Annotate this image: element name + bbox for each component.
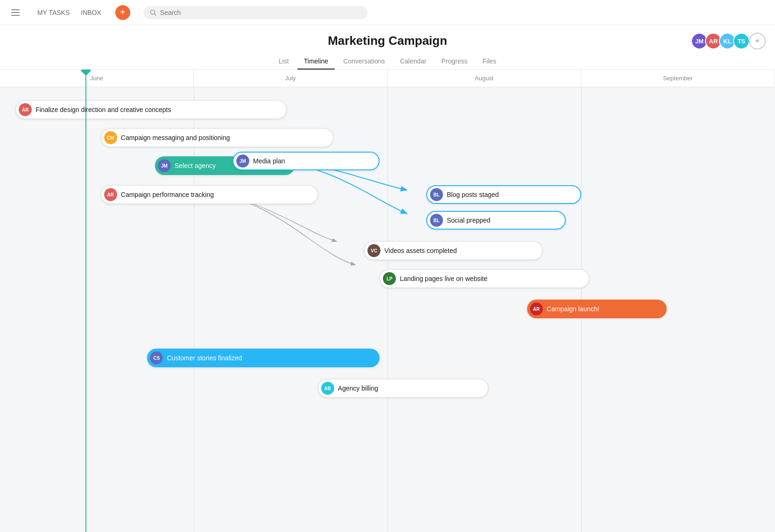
time-indicator: [85, 70, 86, 532]
task-campaign-launch[interactable]: AR Campaign launch!: [527, 300, 667, 318]
task-label-finalize: Finalize design direction and creative c…: [35, 106, 171, 113]
divider-june-july: [194, 87, 194, 532]
task-label-tracking: Campaign performance tracking: [121, 191, 214, 198]
task-avatar-videos: VC: [367, 244, 380, 257]
task-avatar-messaging: CM: [104, 131, 117, 144]
tab-list[interactable]: List: [272, 54, 296, 70]
task-customer-stories[interactable]: CS Customer stories finalized: [147, 349, 380, 367]
task-label-stories: Customer stories finalized: [167, 354, 242, 362]
my-tasks-link[interactable]: MY TASKS: [33, 6, 74, 19]
top-navigation: MY TASKS INBOX +: [0, 0, 775, 25]
task-label-messaging: Campaign messaging and positioning: [121, 134, 230, 141]
task-label-social: Social prepped: [447, 217, 490, 224]
month-september: September: [581, 70, 775, 87]
project-header: JM AR KL TS + Marketing Campaign List Ti…: [0, 25, 775, 70]
task-avatar-media: JM: [236, 154, 249, 168]
tab-calendar[interactable]: Calendar: [394, 54, 433, 70]
project-avatars: JM AR KL TS +: [691, 33, 766, 49]
task-blog-posts[interactable]: BL Blog posts staged: [426, 185, 581, 204]
task-avatar-billing: AB: [321, 382, 334, 395]
tab-timeline[interactable]: Timeline: [297, 54, 335, 70]
month-june: June: [0, 70, 194, 87]
task-finalize-design[interactable]: AR Finalize design direction and creativ…: [15, 100, 287, 119]
task-label-media: Media plan: [253, 157, 285, 165]
inbox-link[interactable]: INBOX: [76, 6, 106, 19]
task-avatar-landing: LP: [383, 272, 396, 285]
task-avatar-agency: JM: [158, 159, 171, 172]
task-campaign-tracking[interactable]: AR Campaign performance tracking: [101, 185, 318, 204]
tab-progress[interactable]: Progress: [435, 54, 474, 70]
task-media-plan[interactable]: JM Media plan: [232, 152, 380, 170]
timeline-months: June July August September: [0, 70, 775, 87]
month-august: August: [388, 70, 581, 87]
svg-line-1: [154, 14, 156, 15]
task-label-agency: Select agency: [175, 162, 216, 169]
task-avatar-blog: BL: [430, 188, 443, 201]
project-title: Marketing Campaign: [0, 34, 775, 48]
search-icon: [150, 9, 156, 16]
task-avatar-launch: AR: [530, 302, 543, 315]
add-member-button[interactable]: +: [749, 33, 766, 49]
timeline-container: June July August September: [0, 70, 775, 532]
task-landing-pages[interactable]: LP Landing pages live on website: [380, 269, 589, 288]
task-social-prepped[interactable]: BL Social prepped: [426, 211, 566, 230]
month-july: July: [194, 70, 388, 87]
avatar-4: TS: [733, 33, 750, 49]
task-label-launch: Campaign launch!: [547, 305, 599, 313]
hamburger-menu[interactable]: [7, 6, 23, 20]
search-bar: [143, 6, 367, 19]
search-input[interactable]: [160, 9, 361, 16]
project-tabs: List Timeline Conversations Calendar Pro…: [0, 54, 775, 69]
task-label-videos: Videos assets completed: [384, 247, 457, 254]
task-agency-billing[interactable]: AB Agency billing: [318, 379, 488, 398]
divider-july-august: [388, 87, 388, 532]
task-label-landing: Landing pages live on website: [400, 275, 487, 282]
tab-conversations[interactable]: Conversations: [337, 54, 392, 70]
task-avatar-stories: CS: [150, 351, 163, 364]
tab-files[interactable]: Files: [476, 54, 503, 70]
add-button[interactable]: +: [115, 5, 130, 20]
task-videos-assets[interactable]: VC Videos assets completed: [364, 241, 542, 260]
nav-links: MY TASKS INBOX: [33, 6, 106, 19]
task-label-blog: Blog posts staged: [447, 191, 499, 198]
timeline-body: AR Finalize design direction and creativ…: [0, 87, 775, 532]
task-avatar-tracking: AR: [104, 188, 117, 201]
task-avatar-finalize: AR: [19, 103, 32, 116]
task-label-billing: Agency billing: [338, 385, 378, 392]
task-avatar-social: BL: [430, 214, 443, 227]
task-campaign-messaging[interactable]: CM Campaign messaging and positioning: [101, 128, 333, 147]
